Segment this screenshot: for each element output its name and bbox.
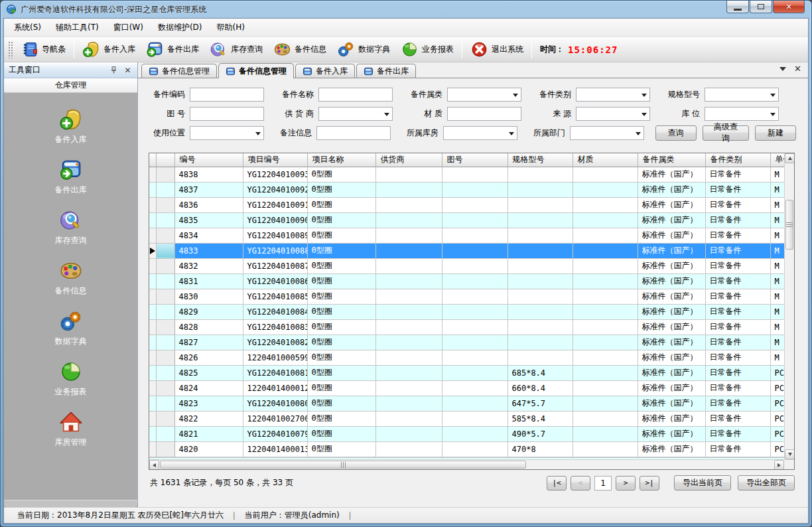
field-select[interactable]: [705, 107, 779, 121]
row-selector-cell[interactable]: [156, 167, 174, 182]
row-selector-cell[interactable]: [156, 365, 174, 380]
table-row[interactable]: 4827YG122040100820型圈标准件（国产）日常备件M: [149, 335, 784, 350]
column-header-编号[interactable]: 编号: [174, 153, 243, 167]
sidebar-item-business-report[interactable]: 业务报表: [55, 360, 87, 398]
advanced-query-button[interactable]: 高级查询: [703, 125, 750, 141]
column-header-规格型号[interactable]: 规格型号: [508, 153, 573, 167]
panel-close-icon[interactable]: ✕: [123, 65, 133, 75]
column-header-图号[interactable]: 图号: [442, 153, 508, 167]
field-select[interactable]: [318, 107, 393, 121]
sidebar-item-parts-inbound[interactable]: 备件入库: [55, 108, 87, 145]
scroll-right-button[interactable]: [774, 460, 784, 470]
tab-2[interactable]: 备件信息管理: [218, 63, 294, 78]
field-select[interactable]: [576, 88, 650, 102]
toolbar-button-inventory-query[interactable]: 库存查询: [204, 38, 268, 61]
first-page-button[interactable]: |<: [547, 476, 567, 490]
row-selector-cell[interactable]: [156, 350, 174, 365]
field-select[interactable]: [576, 107, 650, 121]
field-select[interactable]: [190, 126, 264, 140]
row-selector-cell[interactable]: [156, 243, 174, 258]
row-selector-cell[interactable]: [156, 319, 174, 335]
close-button[interactable]: ✕: [773, 1, 805, 13]
toolbar-button-navbar[interactable]: 导航条: [15, 38, 71, 61]
field-select[interactable]: [570, 126, 644, 140]
row-selector-cell[interactable]: [156, 212, 174, 228]
table-row[interactable]: 4837YG122040100920型圈标准件（国产）日常备件M: [149, 182, 784, 197]
field-input[interactable]: [316, 126, 391, 140]
row-selector-cell[interactable]: [156, 289, 174, 304]
table-row[interactable]: 4829YG122040100840型圈标准件（国产）日常备件M: [149, 304, 784, 319]
row-selector-cell[interactable]: [156, 197, 174, 212]
toolbar-button-business-report[interactable]: 业务报表: [395, 38, 459, 61]
scroll-left-button[interactable]: [149, 460, 159, 470]
export-current-page-button[interactable]: 导出当前页: [674, 475, 731, 490]
column-header-项目名称[interactable]: 项目名称: [307, 153, 375, 167]
field-input[interactable]: [190, 107, 264, 121]
sidebar-item-data-dictionary[interactable]: 数据字典: [55, 309, 87, 347]
vertical-scroll-thumb[interactable]: [785, 200, 793, 250]
toolbar-button-parts-info[interactable]: 备件信息: [268, 38, 332, 61]
field-input[interactable]: [190, 88, 264, 102]
row-selector-cell[interactable]: [156, 441, 174, 457]
menu-item-5[interactable]: 帮助(H): [210, 19, 252, 37]
vertical-scrollbar[interactable]: [784, 153, 794, 459]
column-header-供货商[interactable]: 供货商: [375, 153, 442, 167]
row-selector-cell[interactable]: [156, 182, 174, 197]
table-row[interactable]: 4838YG122040100930型圈标准件（国产）日常备件M: [149, 167, 784, 182]
vertical-scroll-track[interactable]: [785, 163, 794, 449]
prev-page-button[interactable]: <: [571, 476, 590, 490]
last-page-button[interactable]: >|: [640, 476, 659, 490]
sidebar-item-inventory-query[interactable]: 库存查询: [55, 208, 87, 246]
toolbar-button-parts-inbound[interactable]: 备件入库: [77, 38, 141, 61]
export-all-pages-button[interactable]: 导出全部页: [738, 475, 795, 490]
column-header-单位[interactable]: 单位: [770, 153, 784, 167]
next-page-button[interactable]: >: [616, 476, 636, 490]
row-selector-cell[interactable]: [156, 258, 174, 273]
tab-1[interactable]: 备件信息管理: [141, 64, 217, 78]
menu-item-3[interactable]: 窗口(W): [106, 19, 151, 37]
query-button[interactable]: 查询: [655, 125, 697, 141]
field-select[interactable]: [705, 88, 779, 102]
row-selector-cell[interactable]: [156, 426, 174, 441]
new-button[interactable]: 新建: [755, 125, 796, 141]
table-row[interactable]: 4825YG122040100810型圈685*8.4标准件（国产）日常备件PC: [149, 365, 784, 380]
menu-item-1[interactable]: 系统(S): [7, 19, 48, 37]
page-number-input[interactable]: [594, 476, 612, 490]
row-selector-cell[interactable]: [156, 380, 174, 396]
horizontal-scrollbar[interactable]: [149, 459, 794, 469]
minimize-button[interactable]: [726, 1, 749, 13]
pin-icon[interactable]: [109, 65, 119, 75]
tab-list-chevron-down-icon[interactable]: [779, 67, 786, 71]
toolbar-grip[interactable]: [8, 41, 13, 58]
sidebar-item-warehouse-management[interactable]: 库房管理: [55, 410, 87, 448]
column-header-项目编号[interactable]: 项目编号: [243, 153, 307, 167]
table-row[interactable]: 4833YG122040100880型圈标准件（国产）日常备件M: [149, 243, 784, 258]
table-row[interactable]: 4835YG122040100900型圈标准件（国产）日常备件M: [149, 212, 784, 228]
column-header-备件属类[interactable]: 备件属类: [638, 153, 705, 167]
table-row[interactable]: 4832YG122040100870型圈标准件（国产）日常备件M: [149, 258, 784, 273]
field-select[interactable]: [443, 126, 517, 140]
column-header-材质[interactable]: 材质: [573, 153, 638, 167]
toolbar-button-parts-outbound[interactable]: 备件出库: [141, 38, 204, 61]
menu-item-2[interactable]: 辅助工具(T): [48, 19, 106, 37]
header-selector-cell[interactable]: [156, 153, 174, 167]
horizontal-scroll-track[interactable]: [159, 460, 774, 469]
tab-close-icon[interactable]: ✕: [794, 65, 801, 73]
menu-item-4[interactable]: 数据维护(D): [151, 19, 210, 37]
sidebar-item-parts-outbound[interactable]: 备件出库: [55, 158, 87, 196]
scroll-up-button[interactable]: [785, 153, 794, 163]
table-row[interactable]: 4830YG122040100850型圈标准件（国产）日常备件M: [149, 289, 784, 304]
tab-3[interactable]: 备件入库: [295, 64, 355, 78]
table-row[interactable]: 4828YG122040100830型圈标准件（国产）日常备件M: [149, 319, 784, 335]
column-header-备件类别[interactable]: 备件类别: [705, 153, 770, 167]
table-row[interactable]: 482012204014000130型圈470*8标准件（国产）日常备件PC: [149, 441, 784, 457]
toolbar-button-data-dictionary[interactable]: 数据字典: [332, 38, 395, 61]
row-selector-cell[interactable]: [156, 335, 174, 350]
table-row[interactable]: 4823YG122040100800型圈647*5.7标准件（国产）日常备件PC: [149, 396, 784, 411]
scroll-down-button[interactable]: [785, 449, 794, 459]
row-selector-cell[interactable]: [156, 304, 174, 319]
sidebar-item-parts-info[interactable]: 备件信息: [55, 259, 87, 297]
field-input[interactable]: [447, 107, 521, 121]
row-selector-cell[interactable]: [156, 396, 174, 411]
table-row[interactable]: 4836YG122040100910型圈标准件（国产）日常备件M: [149, 197, 784, 212]
